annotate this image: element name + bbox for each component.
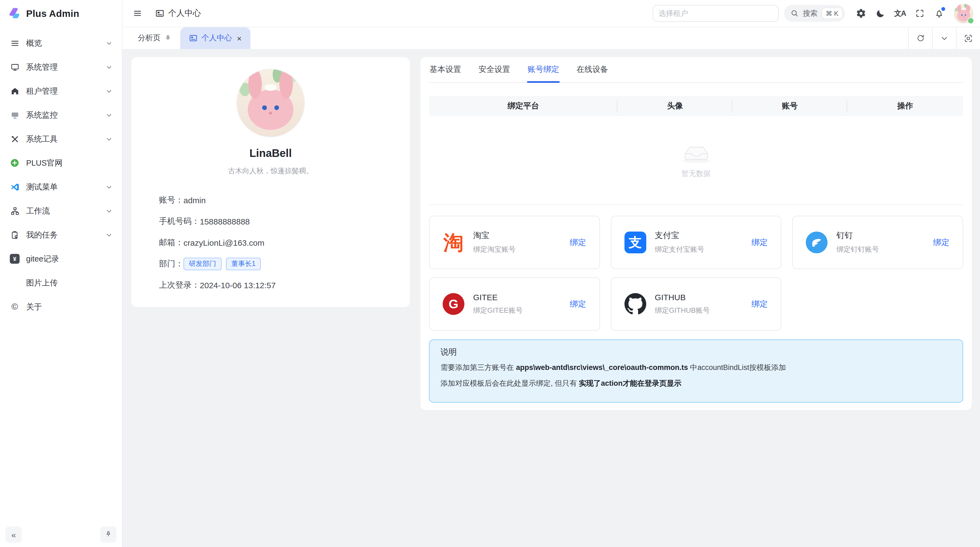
sidebar-item-image-upload[interactable]: 图片上传 [4, 273, 118, 293]
binding-desc: 绑定GITEE账号 [473, 306, 523, 316]
content-fullscreen-button[interactable] [956, 27, 980, 49]
tab-basic-settings[interactable]: 基本设置 [429, 64, 462, 82]
top-header: 个人中心 搜索 ⌘ K 文A [123, 0, 980, 27]
tab-online-devices[interactable]: 在线设备 [576, 64, 609, 82]
dark-mode-button[interactable] [871, 4, 889, 22]
chevron-down-icon [106, 232, 112, 238]
tab-profile-center[interactable]: 个人中心 × [180, 27, 250, 49]
settings-tabs: 基本设置 安全设置 账号绑定 在线设备 [429, 57, 963, 83]
fullscreen-icon [915, 9, 924, 18]
user-avatar[interactable] [954, 3, 974, 23]
binding-desc: 绑定淘宝账号 [473, 245, 515, 254]
home-icon [10, 86, 20, 96]
sidebar-item-system-management[interactable]: 系统管理 [4, 57, 118, 77]
sidebar-item-tenant-management[interactable]: 租户管理 [4, 81, 118, 101]
department-tag: 研发部门 [183, 258, 221, 270]
tab-analysis[interactable]: 分析页 [129, 27, 180, 49]
profile-field-phone: 手机号码：15888888888 [159, 211, 410, 232]
workflow-icon [10, 206, 20, 216]
notification-badge [941, 7, 945, 11]
binding-cards: 淘 淘宝 绑定淘宝账号 绑定 支 支付宝 绑定支付宝账号 绑定 [429, 216, 963, 331]
chevron-down-icon [106, 208, 112, 214]
binding-card-github: GITHUB 绑定GITHUB账号 绑定 [611, 277, 781, 331]
empty-state-text: 暂无数据 [681, 169, 711, 179]
note-line-2: 添加对应模板后会在此处显示绑定, 但只有 实现了action才能在登录页显示 [441, 378, 952, 389]
tabbar-actions [908, 27, 980, 49]
sidebar-collapse-button[interactable]: « [5, 526, 22, 543]
monitor-icon [10, 62, 20, 72]
sidebar-item-workflow[interactable]: 工作流 [4, 201, 118, 221]
translate-icon: 文A [894, 8, 906, 18]
dingtalk-icon [806, 231, 828, 254]
chevron-down-icon [106, 184, 112, 190]
gitee-pay-icon: ¥ [10, 254, 20, 264]
column-header-platform: 绑定平台 [429, 101, 618, 111]
tab-security-settings[interactable]: 安全设置 [478, 64, 511, 82]
column-header-avatar: 头像 [618, 101, 733, 111]
language-button[interactable]: 文A [891, 4, 909, 22]
sidebar-toggle-button[interactable] [129, 5, 145, 22]
close-icon[interactable]: × [237, 34, 242, 42]
profile-field-last-login: 上次登录：2024-10-06 13:12:57 [159, 274, 410, 296]
profile-field-email: 邮箱：crazyLionLi@163.com [159, 232, 410, 254]
sidebar-item-my-tasks[interactable]: 我的任务 [4, 225, 118, 245]
sidebar-item-system-tools[interactable]: 系统工具 [4, 129, 118, 149]
fullscreen-button[interactable] [910, 4, 929, 22]
sidebar-item-test-menu[interactable]: 测试菜单 [4, 177, 118, 197]
bind-gitee-link[interactable]: 绑定 [570, 299, 586, 309]
avatar-image [237, 69, 304, 137]
profile-fields: 账号：admin 手机号码：15888888888 邮箱：crazyLionLi… [131, 190, 410, 296]
breadcrumb[interactable]: 个人中心 [155, 8, 201, 19]
column-header-account: 账号 [732, 101, 847, 111]
sidebar-item-gitee-record[interactable]: ¥ gitee记录 [4, 249, 118, 269]
tab-account-binding[interactable]: 账号绑定 [527, 64, 560, 82]
sidebar-item-system-monitor[interactable]: 系统监控 [4, 105, 118, 125]
profile-name: LinaBell [131, 147, 410, 159]
sidebar-pin-button[interactable] [100, 526, 116, 543]
bind-taobao-link[interactable]: 绑定 [570, 237, 586, 248]
refresh-button[interactable] [908, 27, 932, 49]
chevron-down-icon [106, 136, 112, 142]
profile-field-department: 部门： 研发部门 董事长1 [159, 254, 410, 274]
binding-title: GITHUB [655, 293, 710, 302]
gear-icon [856, 8, 866, 19]
display-icon [10, 110, 20, 120]
binding-desc: 绑定GITHUB账号 [655, 306, 710, 316]
profile-motto: 古木向人秋，惊蓬掠鬓稠。 [131, 166, 410, 176]
sidebar-footer: « [0, 522, 122, 547]
binding-title: 支付宝 [655, 230, 704, 241]
vscode-icon [10, 182, 20, 192]
chevron-down-icon [106, 88, 112, 94]
profile-avatar[interactable] [236, 69, 305, 137]
binding-title: GITEE [473, 293, 523, 302]
tenant-select-input[interactable] [652, 5, 778, 22]
binding-desc: 绑定钉钉账号 [837, 245, 879, 254]
global-search-button[interactable]: 搜索 ⌘ K [784, 5, 845, 22]
binding-card-taobao: 淘 淘宝 绑定淘宝账号 绑定 [429, 216, 600, 269]
binding-title: 淘宝 [473, 230, 515, 241]
column-header-actions: 操作 [847, 101, 963, 111]
search-icon [790, 9, 799, 18]
taobao-icon: 淘 [442, 231, 465, 254]
id-card-icon [189, 34, 197, 43]
bind-github-link[interactable]: 绑定 [752, 299, 768, 309]
notifications-button[interactable] [930, 4, 948, 22]
app-logo-row[interactable]: Plus Admin [0, 0, 122, 27]
tab-menu-button[interactable] [932, 27, 956, 49]
bind-alipay-link[interactable]: 绑定 [752, 237, 768, 248]
bind-dingtalk-link[interactable]: 绑定 [933, 237, 950, 248]
hamburger-icon [132, 9, 142, 18]
copyright-icon: © [10, 302, 20, 312]
sidebar-item-about[interactable]: © 关于 [4, 297, 118, 317]
page-tabbar: 分析页 个人中心 × [123, 27, 980, 49]
breadcrumb-label: 个人中心 [168, 8, 201, 19]
sidebar-item-overview[interactable]: 概览 [4, 33, 118, 53]
sidebar-item-plus-website[interactable]: PLUS官网 [4, 153, 118, 173]
pin-icon [164, 35, 172, 41]
binding-table-header: 绑定平台 头像 账号 操作 [429, 96, 963, 116]
note-title: 说明 [441, 347, 952, 357]
settings-button[interactable] [851, 4, 870, 22]
refresh-icon [916, 34, 925, 43]
settings-panel: 基本设置 安全设置 账号绑定 在线设备 绑定平台 头像 账号 操作 [420, 57, 972, 410]
binding-title: 钉钉 [837, 230, 879, 241]
